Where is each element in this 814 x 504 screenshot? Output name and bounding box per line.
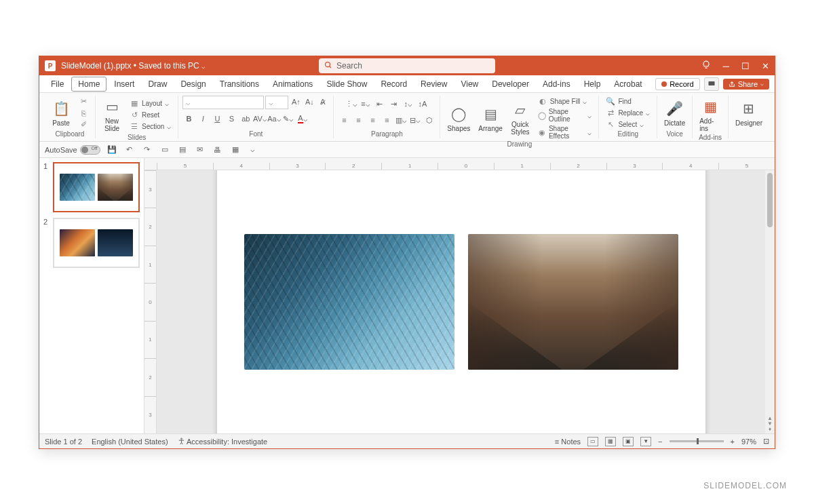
tab-record[interactable]: Record xyxy=(374,77,413,91)
select-button[interactable]: ↖Select ⌵ xyxy=(603,119,653,130)
bold-button[interactable]: B xyxy=(182,113,195,125)
indent-inc-button[interactable]: ⇥ xyxy=(388,98,400,110)
quick-styles-button[interactable]: ▱Quick Styles xyxy=(508,99,532,137)
tab-insert[interactable]: Insert xyxy=(108,77,140,91)
replace-button[interactable]: ⇄Replace ⌵ xyxy=(603,108,653,119)
text-direction-button[interactable]: ↕A xyxy=(416,98,429,110)
dictate-button[interactable]: 🎤Dictate xyxy=(661,98,688,128)
tab-animations[interactable]: Animations xyxy=(267,77,319,91)
justify-button[interactable]: ≡ xyxy=(381,114,393,126)
slideshow-view-button[interactable]: ▼ xyxy=(640,437,651,446)
tab-file[interactable]: File xyxy=(45,77,70,91)
font-color-button[interactable]: A⌵ xyxy=(296,113,309,125)
underline-button[interactable]: U xyxy=(211,113,223,125)
paste-button[interactable]: 📋Paste xyxy=(49,98,73,128)
smartart-button[interactable]: ⬡ xyxy=(423,114,435,126)
section-button[interactable]: ☰Section ⌵ xyxy=(127,121,174,132)
file-name[interactable]: SlideModel (1).pptx • Saved to this PC ⌵ xyxy=(61,61,205,71)
find-button[interactable]: 🔍Find xyxy=(603,96,653,107)
indent-dec-button[interactable]: ⇤ xyxy=(374,98,386,110)
new-slide-button[interactable]: ▭New Slide xyxy=(100,96,124,134)
shapes-button[interactable]: ◯Shapes xyxy=(444,103,473,134)
layout-button[interactable]: ▦Layout ⌵ xyxy=(127,98,174,109)
language-status[interactable]: English (United States) xyxy=(92,438,168,446)
shape-outline-button[interactable]: ◯Shape Outline ⌵ xyxy=(535,107,595,123)
tab-developer[interactable]: Developer xyxy=(486,77,535,91)
slide-image-1[interactable] xyxy=(244,234,454,370)
font-size-select[interactable]: ⌵ xyxy=(265,96,288,109)
accessibility-status[interactable]: Accessibility: Investigate xyxy=(178,438,268,446)
record-button[interactable]: Record xyxy=(655,78,699,90)
numbering-button[interactable]: ≡⌵ xyxy=(360,98,372,110)
tab-addins[interactable]: Add-ins xyxy=(537,77,577,91)
strike-button[interactable]: S xyxy=(225,113,237,125)
qat-btn-6[interactable]: ✉ xyxy=(194,144,206,156)
vertical-scrollbar[interactable]: ▲▼♦ xyxy=(765,170,775,433)
columns-button[interactable]: ▥⌵ xyxy=(395,114,407,126)
decrease-font-button[interactable]: A↓ xyxy=(303,96,315,108)
increase-font-button[interactable]: A↑ xyxy=(290,96,302,108)
shadow-button[interactable]: ab xyxy=(239,113,252,125)
qat-btn-7[interactable]: 🖶 xyxy=(212,144,224,156)
reading-view-button[interactable]: ▣ xyxy=(623,437,634,446)
search-input[interactable]: Search xyxy=(319,58,495,73)
present-button[interactable] xyxy=(704,77,719,91)
align-right-button[interactable]: ≡ xyxy=(366,114,379,126)
slide-panel[interactable]: 1 2 xyxy=(39,158,144,433)
clear-format-button[interactable]: A̷ xyxy=(317,96,329,108)
tab-draw[interactable]: Draw xyxy=(142,77,173,91)
slide-image-2[interactable] xyxy=(468,234,678,370)
qat-btn-5[interactable]: ▤ xyxy=(176,144,189,156)
line-spacing-button[interactable]: ↕⌵ xyxy=(402,98,414,110)
tab-design[interactable]: Design xyxy=(174,77,212,91)
shape-effects-button[interactable]: ◉Shape Effects ⌵ xyxy=(535,124,595,140)
italic-button[interactable]: I xyxy=(197,113,209,125)
tab-review[interactable]: Review xyxy=(414,77,453,91)
shape-fill-button[interactable]: ◐Shape Fill ⌵ xyxy=(535,96,595,106)
notes-button[interactable]: ≡ Notes xyxy=(555,438,581,446)
qat-btn-4[interactable]: ▭ xyxy=(159,144,171,156)
share-button[interactable]: Share ⌵ xyxy=(723,79,769,90)
redo-button[interactable]: ↷ xyxy=(141,144,153,156)
slide-count[interactable]: Slide 1 of 2 xyxy=(45,438,82,446)
align-left-button[interactable]: ≡ xyxy=(338,114,350,126)
spacing-button[interactable]: AV⌵ xyxy=(254,113,266,125)
normal-view-button[interactable]: ▭ xyxy=(587,437,598,446)
zoom-in-button[interactable]: + xyxy=(731,438,735,446)
bullets-button[interactable]: ⋮⌵ xyxy=(345,98,357,110)
zoom-level[interactable]: 97% xyxy=(741,438,756,446)
fit-button[interactable]: ⊡ xyxy=(763,437,769,446)
slide-thumb-1[interactable] xyxy=(53,162,140,212)
case-button[interactable]: Aa⌵ xyxy=(268,113,280,125)
tab-transitions[interactable]: Transitions xyxy=(214,77,265,91)
zoom-slider[interactable] xyxy=(670,440,724,442)
arrange-button[interactable]: ▤Arrange xyxy=(476,103,505,134)
font-name-select[interactable]: ⌵ xyxy=(182,96,264,109)
slide-thumb-2[interactable] xyxy=(53,218,140,268)
tab-help[interactable]: Help xyxy=(578,77,607,91)
undo-button[interactable]: ↶ xyxy=(123,144,136,156)
qat-btn-8[interactable]: ▦ xyxy=(229,144,241,156)
canvas-scroll[interactable] xyxy=(157,170,765,433)
addins-button[interactable]: ▦Add-ins xyxy=(697,96,724,134)
qat-customize[interactable]: ⌵ xyxy=(247,144,259,156)
align-center-button[interactable]: ≡ xyxy=(352,114,364,126)
highlight-button[interactable]: ✎⌵ xyxy=(282,113,294,125)
help-icon[interactable] xyxy=(701,60,711,72)
tab-view[interactable]: View xyxy=(454,77,484,91)
tab-acrobat[interactable]: Acrobat xyxy=(608,77,648,91)
save-button[interactable]: 💾 xyxy=(106,144,118,156)
minimize-button[interactable]: ─ xyxy=(723,61,729,71)
autosave-toggle[interactable]: AutoSave Off xyxy=(45,145,100,155)
reset-button[interactable]: ↺Reset xyxy=(127,109,174,120)
maximize-button[interactable]: ☐ xyxy=(741,61,750,71)
copy-button[interactable]: ⎘ xyxy=(76,108,91,119)
cut-button[interactable]: ✂ xyxy=(76,96,91,107)
slide-canvas[interactable] xyxy=(217,170,705,433)
format-painter-button[interactable]: ✐ xyxy=(76,119,91,130)
align-text-button[interactable]: ⊟⌵ xyxy=(409,114,421,126)
sorter-view-button[interactable]: ▦ xyxy=(605,437,616,446)
zoom-out-button[interactable]: − xyxy=(658,438,662,446)
close-button[interactable]: ✕ xyxy=(762,61,769,71)
designer-button[interactable]: ⊞Designer xyxy=(733,98,765,128)
